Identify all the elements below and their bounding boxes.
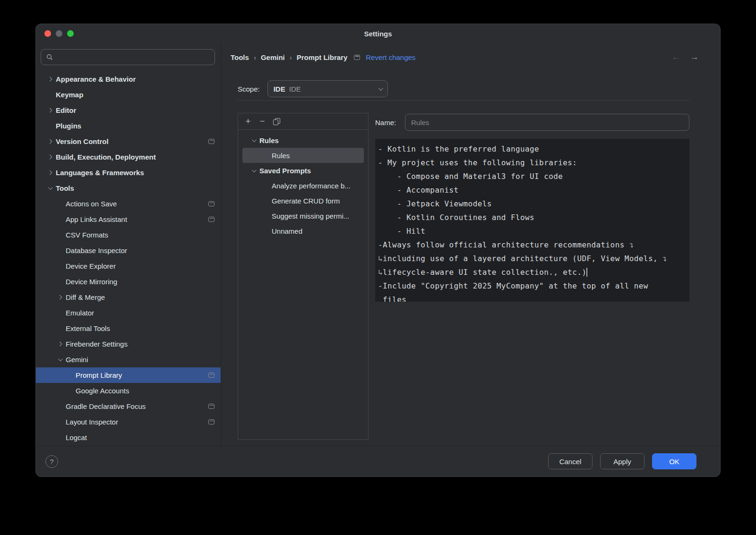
prompt-item-analyze-performance[interactable]: Analyze performance b... (242, 178, 364, 193)
sidebar-item-appearance-behavior[interactable]: Appearance & Behavior (36, 71, 221, 87)
sidebar-item-google-accounts[interactable]: Google Accounts (36, 383, 221, 399)
help-button[interactable]: ? (45, 455, 58, 468)
sidebar-item-gradle-declarative-focus[interactable]: Gradle Declarative Focus (36, 399, 221, 414)
ide-config-icon (208, 139, 215, 144)
section-divider (238, 100, 689, 101)
apply-button[interactable]: Apply (600, 453, 644, 469)
add-prompt-button[interactable]: + (242, 116, 254, 127)
ide-config-icon (208, 419, 215, 425)
forward-arrow-icon[interactable]: → (690, 52, 699, 62)
sidebar-item-prompt-library[interactable]: Prompt Library (36, 367, 221, 383)
sidebar-item-tools[interactable]: Tools (36, 180, 221, 196)
chevron-right-icon (47, 139, 52, 144)
sidebar-item-version-control[interactable]: Version Control (36, 134, 221, 149)
revert-changes-link[interactable]: Revert changes (366, 53, 415, 61)
editor-line: ↳including use of a layered architecture… (378, 252, 687, 265)
editor-line: - Kotlin is the preferred language (378, 142, 687, 156)
chevron-right-icon (57, 342, 62, 347)
dialog-footer: ? Cancel Apply OK (36, 446, 720, 476)
chevron-down-icon (251, 168, 256, 172)
prompt-tree: Rules Rules Saved Prompts Analyze perfor… (238, 130, 368, 238)
editor-line: files (378, 293, 687, 302)
prompt-group-saved-prompts[interactable]: Saved Prompts (238, 163, 368, 178)
settings-search-box[interactable] (41, 49, 215, 65)
prompt-name-input[interactable] (405, 114, 689, 131)
sidebar-item-keymap[interactable]: Keymap (36, 87, 221, 102)
sidebar-item-app-links-assistant[interactable]: App Links Assistant (36, 212, 221, 227)
prompt-item-suggest-missing-permissions[interactable]: Suggest missing permi... (242, 208, 364, 223)
remove-prompt-button[interactable]: − (256, 116, 268, 127)
sidebar-item-firebender-settings[interactable]: Firebender Settings (36, 336, 221, 352)
settings-content: Tools › Gemini › Prompt Library Revert c… (221, 43, 720, 446)
sidebar-item-external-tools[interactable]: External Tools (36, 321, 221, 336)
sidebar-item-database-inspector[interactable]: Database Inspector (36, 243, 221, 258)
chevron-down-icon (251, 137, 256, 142)
breadcrumb-separator: › (290, 53, 292, 61)
chevron-right-icon (47, 108, 52, 113)
chevron-right-icon (47, 155, 52, 160)
editor-line: - Kotlin Coroutines and Flows (378, 211, 687, 224)
breadcrumb-gemini[interactable]: Gemini (261, 53, 285, 61)
name-label: Name: (375, 119, 398, 127)
prompt-detail: Name: - Kotlin is the preferred language… (375, 113, 689, 440)
dialog-buttons: Cancel Apply OK (548, 453, 696, 469)
chevron-down-icon (378, 86, 383, 91)
chevron-right-icon (57, 295, 62, 300)
sidebar-item-gemini[interactable]: Gemini (36, 352, 221, 367)
modified-indicator-icon (354, 55, 360, 60)
chevron-right-icon (47, 170, 52, 175)
prompt-group-rules[interactable]: Rules (238, 133, 368, 148)
scope-label: Scope: (238, 85, 260, 93)
prompt-item-unnamed[interactable]: Unnamed (242, 223, 364, 238)
scope-select[interactable]: IDE IDE (267, 80, 388, 97)
cancel-button[interactable]: Cancel (548, 453, 593, 469)
editor-line: -Include "Copyright 2025 MyCompany" at t… (378, 279, 687, 293)
editor-line: -Always follow official architecture rec… (378, 238, 687, 252)
history-nav: ← → (671, 52, 699, 62)
breadcrumb-separator: › (254, 53, 256, 61)
sidebar-item-diff-merge[interactable]: Diff & Merge (36, 289, 221, 305)
sidebar-item-device-mirroring[interactable]: Device Mirroring (36, 274, 221, 289)
breadcrumb-tools[interactable]: Tools (231, 53, 249, 61)
sidebar-item-plugins[interactable]: Plugins (36, 118, 221, 134)
copy-prompt-button[interactable] (270, 116, 283, 127)
editor-line: - Hilt (378, 224, 687, 238)
sidebar-item-editor[interactable]: Editor (36, 102, 221, 118)
close-window-button[interactable] (44, 30, 51, 37)
settings-tree: Appearance & Behavior Keymap Editor Plug… (36, 71, 221, 446)
prompt-text-editor[interactable]: - Kotlin is the preferred language - My … (375, 139, 689, 302)
editor-line: - Jetpack Viewmodels (378, 197, 687, 211)
prompt-item-generate-crud-form[interactable]: Generate CRUD form (242, 193, 364, 208)
settings-window: Settings Appearance & Behavior Keymap Ed… (35, 24, 721, 477)
settings-search-input[interactable] (57, 53, 210, 61)
editor-line: - Accompanist (378, 183, 687, 197)
ok-button[interactable]: OK (652, 453, 696, 469)
titlebar: Settings (36, 24, 720, 43)
sidebar-item-languages-frameworks[interactable]: Languages & Frameworks (36, 165, 221, 180)
copy-icon (273, 118, 280, 125)
traffic-lights (44, 24, 74, 43)
prompt-list-toolbar: + − (238, 113, 368, 130)
back-arrow-icon[interactable]: ← (671, 52, 680, 62)
window-title: Settings (364, 30, 392, 38)
breadcrumb-prompt-library: Prompt Library (297, 53, 348, 61)
scope-tag: IDE (274, 85, 285, 93)
scope-row: Scope: IDE IDE (238, 80, 689, 97)
sidebar-item-build-execution-deployment[interactable]: Build, Execution, Deployment (36, 149, 221, 165)
sidebar-item-actions-on-save[interactable]: Actions on Save (36, 196, 221, 212)
search-icon (46, 53, 53, 61)
sidebar-item-layout-inspector[interactable]: Layout Inspector (36, 414, 221, 430)
sidebar-item-device-explorer[interactable]: Device Explorer (36, 258, 221, 274)
ide-config-icon (208, 373, 215, 378)
ide-config-icon (208, 201, 215, 206)
sidebar-item-logcat[interactable]: Logcat (36, 430, 221, 445)
sidebar-item-emulator[interactable]: Emulator (36, 305, 221, 321)
chevron-down-icon (58, 357, 62, 361)
prompt-list-panel: + − Rules Rules Saved Prompts Analyze pe… (238, 113, 369, 440)
editor-line: - Compose and Material3 for UI code (378, 170, 687, 183)
scope-value: IDE (289, 85, 301, 93)
prompt-item-rules[interactable]: Rules (242, 148, 364, 163)
zoom-window-button[interactable] (67, 30, 74, 37)
minimize-window-button[interactable] (56, 30, 62, 37)
sidebar-item-csv-formats[interactable]: CSV Formats (36, 227, 221, 243)
